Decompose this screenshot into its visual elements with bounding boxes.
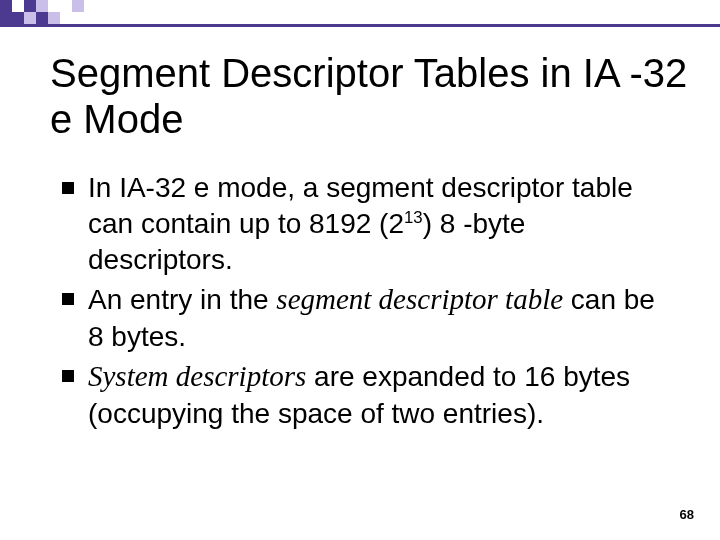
header-divider — [0, 24, 720, 27]
slide-title: Segment Descriptor Tables in IA -32 e Mo… — [50, 50, 690, 142]
bullet-text: In IA-32 e mode, a segment descriptor ta… — [88, 170, 672, 277]
list-item: In IA-32 e mode, a segment descriptor ta… — [62, 170, 672, 277]
text-segment: An entry in the — [88, 284, 276, 315]
superscript: 13 — [404, 208, 423, 227]
bullet-list: In IA-32 e mode, a segment descriptor ta… — [62, 170, 672, 435]
list-item: System descriptors are expanded to 16 by… — [62, 358, 672, 431]
bullet-square-icon — [62, 182, 74, 194]
list-item: An entry in the segment descriptor table… — [62, 281, 672, 354]
bullet-text: An entry in the segment descriptor table… — [88, 281, 672, 354]
bullet-square-icon — [62, 293, 74, 305]
corner-decoration — [0, 0, 160, 40]
text-segment: In IA-32 e mode, a segment descriptor ta… — [88, 172, 633, 239]
bullet-text: System descriptors are expanded to 16 by… — [88, 358, 672, 431]
italic-term: System descriptors — [88, 360, 306, 392]
italic-term: segment descriptor table — [276, 283, 563, 315]
page-number: 68 — [680, 507, 694, 522]
bullet-square-icon — [62, 370, 74, 382]
